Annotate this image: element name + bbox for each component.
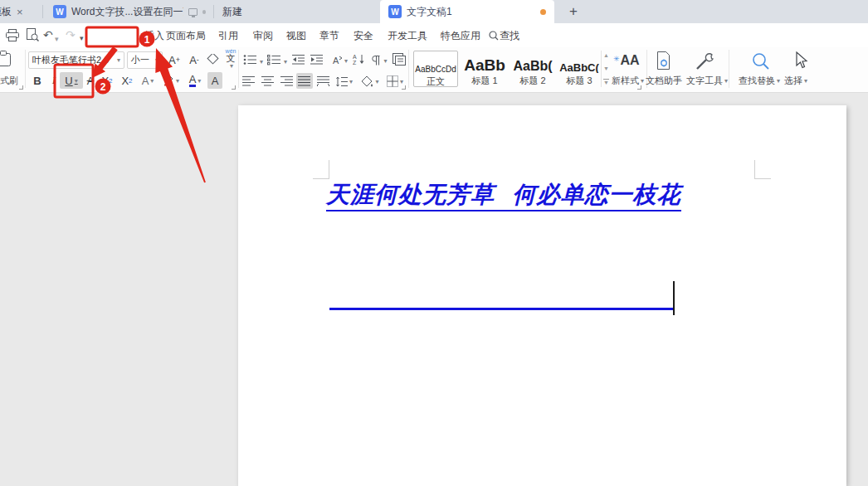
tab-template[interactable]: 模板 — [0, 0, 43, 23]
menu-find[interactable]: 查找 — [500, 28, 519, 43]
style-heading2[interactable]: AaBb( 标题 2 — [510, 51, 556, 87]
document-page[interactable]: 天涯何处无芳草 何必单恋一枝花 — [238, 105, 846, 486]
style-normal[interactable]: AaBbCcDd 正文 — [413, 51, 458, 87]
menu-tab-page-layout[interactable]: 页面布局 — [166, 28, 206, 43]
new-style-icon: AA — [620, 53, 639, 67]
empty-underline-line[interactable] — [329, 308, 673, 310]
underline-button[interactable]: U — [60, 72, 83, 89]
menu-tab-reference[interactable]: 引用 — [218, 28, 238, 43]
tab-new[interactable]: 新建 — [214, 0, 285, 23]
shading-button[interactable] — [358, 73, 382, 90]
sub-glyph: X — [121, 75, 129, 87]
chevron-down-icon[interactable] — [117, 56, 120, 64]
margin-corner-topleft — [313, 160, 329, 179]
print-icon[interactable] — [6, 29, 19, 41]
style-heading1[interactable]: AaBb 标题 1 — [461, 51, 508, 87]
subscript-button[interactable]: X2 — [119, 72, 135, 89]
numbering-dropdown-icon[interactable] — [282, 56, 287, 67]
style-heading3-preview: AaBbC( — [558, 51, 601, 73]
decrease-indent-icon[interactable] — [292, 54, 305, 66]
doc-assistant-icon[interactable] — [655, 51, 673, 71]
pilcrow-icon — [371, 55, 382, 66]
align-justify-button[interactable] — [296, 73, 313, 89]
sup-glyph: X — [101, 75, 109, 87]
style-heading1-preview: AaBb — [461, 51, 508, 73]
font-launcher-icon[interactable] — [232, 85, 236, 90]
bold-button[interactable]: B — [30, 72, 45, 89]
new-tab-button[interactable]: + — [563, 2, 584, 21]
menu-tab-security[interactable]: 安全 — [354, 28, 373, 43]
line-spacing-button[interactable] — [334, 73, 355, 90]
distribute-icon[interactable] — [317, 75, 330, 86]
document-heading-text[interactable]: 天涯何处无芳草 何必单恋一枝花 — [326, 182, 681, 211]
font-name-value: 叶根友毛笔行书2.0 — [32, 54, 109, 66]
text-tool-label[interactable]: 文字工具 — [686, 75, 728, 87]
sort-icon[interactable]: AZ — [353, 53, 366, 66]
doc-assistant-label[interactable]: 文档助手 — [646, 75, 682, 87]
scroll-up-icon[interactable]: ▲ — [603, 52, 609, 58]
align-left-icon[interactable] — [242, 75, 256, 86]
print-preview-icon[interactable] — [26, 28, 39, 41]
style-gallery-scroll[interactable]: ▲ ▼ ▼ — [601, 51, 611, 87]
toolbar-more-icon[interactable] — [80, 30, 84, 45]
clear-format-icon[interactable] — [206, 54, 219, 66]
clipboard-launcher-icon[interactable] — [19, 85, 23, 90]
align-center-icon[interactable] — [261, 75, 275, 86]
text-effect-button[interactable]: A — [138, 72, 158, 89]
menu-tab-special-apps[interactable]: 特色应用 — [441, 28, 480, 43]
select-label[interactable]: 选择 — [784, 75, 807, 87]
new-style-button[interactable]: AA ✳ — [615, 51, 645, 70]
menu-tab-section[interactable]: 章节 — [319, 28, 339, 43]
wps-writer-icon: W — [388, 5, 402, 18]
increase-indent-icon[interactable] — [310, 54, 324, 66]
search-icon[interactable] — [489, 31, 499, 41]
styles-launcher-icon[interactable] — [637, 85, 641, 90]
font-size-combo[interactable]: 小一 — [127, 51, 163, 69]
ribbon: 式刷 叶根友毛笔行书2.0 小一 A+ A- wén 文 B I U A X2 … — [0, 47, 868, 93]
scroll-down-icon[interactable]: ▼ — [603, 66, 609, 71]
menu-bar: 开始 插入 页面布局 引用 审阅 视图 章节 安全 开发工具 特色应用 查找 — [0, 23, 868, 47]
tab-word-doc[interactable]: W Word文字技...设置在同一页面 — [45, 0, 214, 23]
tab-template-label: 模板 — [0, 5, 12, 19]
font-size-value: 小一 — [131, 54, 149, 66]
shrink-font-button[interactable]: A- — [186, 51, 202, 68]
chevron-down-icon[interactable] — [155, 56, 158, 64]
paragraph-launcher-icon[interactable] — [402, 85, 406, 90]
tab-word-doc-label: Word文字技...设置在同一页面 — [71, 5, 183, 19]
bullet-dropdown-icon[interactable] — [258, 56, 263, 67]
document-workspace: 天涯何处无芳草 何必单恋一枝花 — [0, 93, 868, 486]
char-shading-button[interactable]: A — [207, 72, 222, 89]
highlight-color-button[interactable] — [160, 72, 182, 89]
paste-icon[interactable] — [0, 51, 13, 67]
undo-dropdown-icon[interactable] — [55, 31, 59, 46]
superscript-button[interactable]: X2 — [99, 72, 115, 89]
menu-tab-review[interactable]: 审阅 — [253, 28, 273, 43]
font-name-combo[interactable]: 叶根友毛笔行书2.0 — [28, 51, 124, 69]
select-cursor-icon[interactable] — [792, 51, 809, 71]
text-tool-icon[interactable] — [695, 52, 714, 70]
strikethrough-button[interactable]: A — [84, 72, 97, 89]
paragraph-layout-icon[interactable] — [393, 53, 406, 66]
show-marks-button[interactable] — [368, 52, 390, 69]
menu-tab-insert[interactable]: 插入 — [144, 28, 164, 43]
numbered-list-icon[interactable] — [267, 54, 281, 66]
text-direction-button[interactable]: A — [329, 52, 350, 69]
align-justify-icon — [298, 75, 311, 86]
gallery-more-icon[interactable]: ▼ — [603, 79, 609, 85]
find-replace-icon[interactable] — [751, 51, 771, 71]
find-replace-label[interactable]: 查找替换 — [739, 75, 780, 87]
tab-active-document[interactable]: W 文字文稿1 — [380, 0, 554, 23]
menu-tab-dev-tools[interactable]: 开发工具 — [388, 28, 427, 43]
format-painter-label[interactable]: 式刷 — [0, 75, 18, 87]
menu-tab-view[interactable]: 视图 — [286, 28, 306, 43]
italic-button[interactable]: I — [47, 72, 61, 89]
style-heading3-name: 标题 3 — [558, 75, 601, 87]
font-color-button[interactable]: A — [184, 72, 206, 89]
undo-icon[interactable] — [43, 28, 53, 41]
close-icon[interactable] — [17, 6, 23, 18]
grow-font-button[interactable]: A+ — [166, 51, 183, 68]
align-right-icon[interactable] — [280, 75, 294, 86]
style-heading3[interactable]: AaBbC( 标题 3 — [558, 51, 601, 87]
highlighter-icon — [163, 75, 174, 86]
bullet-list-icon[interactable] — [243, 54, 257, 66]
